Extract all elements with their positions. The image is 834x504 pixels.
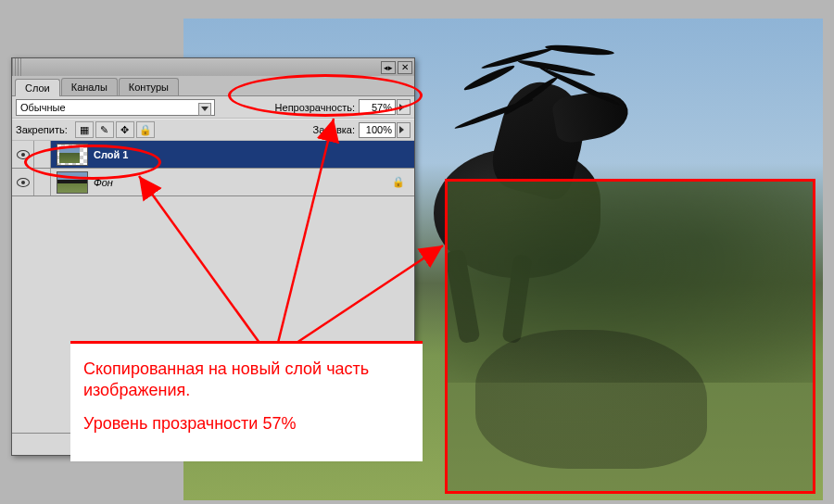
panel-titlebar[interactable]: ◂▸ ✕ — [12, 58, 414, 76]
opacity-input[interactable]: 57% — [359, 99, 396, 115]
eye-icon — [17, 150, 30, 159]
panel-grip-icon[interactable] — [12, 58, 21, 76]
lock-label: Закрепить: — [16, 124, 68, 135]
layer-thumbnail[interactable] — [57, 171, 88, 194]
annotation-callout: Скопированная на новый слой часть изобра… — [70, 341, 423, 461]
layer-link-column[interactable] — [34, 141, 51, 168]
annotation-text-2: Уровень прозрачности 57% — [83, 413, 410, 435]
lock-pixels-button[interactable]: ✎ — [95, 121, 114, 138]
tab-paths[interactable]: Контуры — [119, 78, 179, 95]
layer-name-label[interactable]: Фон — [94, 177, 113, 188]
fill-input[interactable]: 100% — [359, 122, 396, 138]
tab-layers[interactable]: Слои — [15, 79, 60, 96]
fill-slider-button[interactable] — [397, 122, 411, 138]
opacity-slider-button[interactable] — [397, 99, 411, 115]
layers-list: Слой 1 Фон 🔒 — [12, 141, 414, 196]
panel-close-button[interactable]: ✕ — [398, 61, 412, 74]
panel-tabs: Слои Каналы Контуры — [12, 76, 414, 96]
layer-visibility-toggle[interactable] — [12, 141, 34, 168]
opacity-label: Непрозрачность: — [275, 102, 355, 113]
layer-name-label[interactable]: Слой 1 — [94, 149, 128, 160]
lock-position-button[interactable]: ✥ — [116, 121, 134, 138]
eye-icon — [17, 178, 30, 187]
tab-channels[interactable]: Каналы — [61, 78, 118, 95]
blend-mode-select[interactable]: Обычные — [16, 99, 215, 116]
layer-visibility-toggle[interactable] — [12, 169, 34, 195]
lock-icon: 🔒 — [392, 176, 405, 188]
annotation-text-1: Скопированная на новый слой часть изобра… — [83, 359, 410, 400]
fill-label: Заливка: — [313, 124, 355, 135]
panel-menu-button[interactable]: ◂▸ — [381, 61, 396, 74]
lock-transparency-button[interactable]: ▦ — [75, 121, 94, 138]
selection-overlay — [445, 179, 815, 494]
layer-link-column[interactable] — [34, 169, 51, 195]
layer-row[interactable]: Фон 🔒 — [12, 169, 414, 196]
lock-all-button[interactable]: 🔒 — [136, 121, 155, 138]
layer-row[interactable]: Слой 1 — [12, 141, 414, 169]
layer-thumbnail[interactable] — [57, 144, 88, 166]
blend-mode-value: Обычные — [20, 102, 66, 113]
